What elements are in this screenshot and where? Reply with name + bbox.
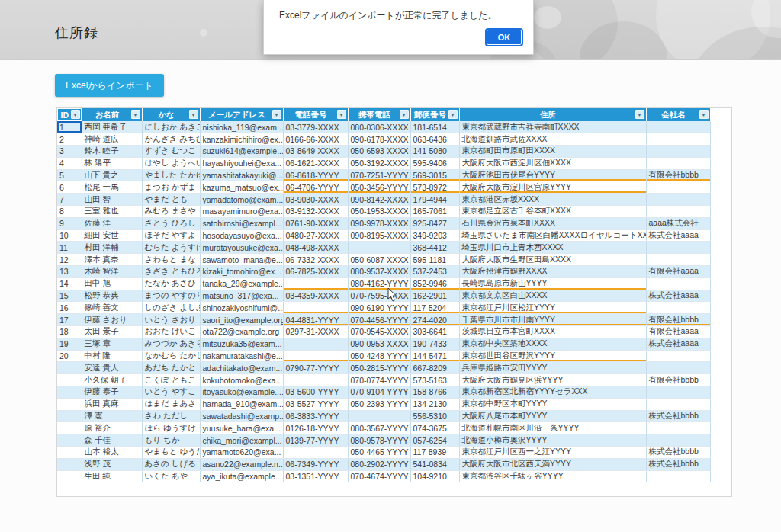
cell-email[interactable]: aya_ikuta@example....: [200, 470, 283, 482]
cell-phone[interactable]: [283, 277, 348, 290]
cell-phone[interactable]: 03-3779-XXXX: [283, 121, 348, 133]
cell-name[interactable]: 山本 裕太: [82, 447, 142, 459]
cell-postal[interactable]: 537-2453: [410, 266, 459, 278]
cell-postal[interactable]: 117-5204: [410, 302, 459, 314]
cell-id[interactable]: 6: [57, 181, 82, 194]
cell-name[interactable]: 鈴木 睦子: [82, 146, 142, 158]
cell-company[interactable]: [646, 386, 710, 399]
cell-company[interactable]: [646, 146, 710, 158]
cell-kana[interactable]: やました たかゆき: [142, 169, 200, 181]
cell-postal[interactable]: 569-3015: [410, 169, 459, 181]
cell-name[interactable]: 浅野 茂: [82, 458, 142, 470]
cell-address[interactable]: 東京都港区赤坂XXXX: [459, 194, 646, 206]
cell-kana[interactable]: むらた ようすけ: [142, 242, 200, 254]
column-header-email[interactable]: メールアドレス▼: [200, 108, 283, 121]
cell-postal[interactable]: 063-6436: [410, 133, 459, 146]
cell-id[interactable]: [57, 362, 82, 374]
cell-kana[interactable]: おおた けいこ: [142, 326, 200, 338]
cell-mobile[interactable]: 050-4465-YYYY: [348, 447, 410, 459]
cell-postal[interactable]: 925-8427: [410, 217, 459, 229]
cell-company[interactable]: [646, 133, 710, 146]
cell-email[interactable]: hosodayasuyo@exa...: [200, 229, 283, 242]
cell-id[interactable]: 8: [57, 206, 82, 218]
cell-phone[interactable]: 0166-66-XXXX: [283, 133, 348, 146]
cell-kana[interactable]: こくぼ ともこ: [142, 374, 200, 386]
cell-id[interactable]: [57, 374, 82, 386]
cell-phone[interactable]: 03-5600-YYYY: [283, 386, 348, 399]
cell-email[interactable]: muratayousuke@exa...: [200, 242, 283, 254]
cell-company[interactable]: aaaa株式会社: [646, 217, 710, 229]
cell-postal[interactable]: 162-2901: [410, 290, 459, 302]
cell-id[interactable]: 18: [57, 326, 82, 338]
cell-id[interactable]: [57, 398, 82, 410]
cell-company[interactable]: [646, 422, 710, 434]
cell-id[interactable]: 15: [57, 290, 82, 302]
cell-name[interactable]: 安達 貴人: [82, 362, 142, 374]
cell-phone[interactable]: 0297-31-XXXX: [283, 326, 348, 338]
cell-postal[interactable]: 667-8209: [410, 362, 459, 374]
cell-address[interactable]: 北海道小樽市奥沢YYYY: [459, 434, 646, 447]
cell-mobile[interactable]: 080-4162-YYYY: [348, 277, 410, 290]
cell-email[interactable]: hayashiyouhei@exa...: [200, 157, 283, 169]
cell-company[interactable]: [646, 242, 710, 254]
cell-postal[interactable]: 165-7061: [410, 206, 459, 218]
cell-mobile[interactable]: 050-6593-XXXX: [348, 146, 410, 158]
filter-dropdown-icon[interactable]: ▼: [71, 110, 80, 119]
cell-email[interactable]: sawatadashi@examp...: [200, 410, 283, 422]
cell-phone[interactable]: 0139-77-YYYY: [283, 434, 348, 447]
cell-phone[interactable]: [283, 374, 348, 386]
cell-postal[interactable]: 134-2130: [410, 398, 459, 410]
cell-kana[interactable]: きざき ともひろ: [142, 266, 200, 278]
import-from-excel-button[interactable]: Excelからインポート: [55, 74, 164, 97]
cell-id[interactable]: 10: [57, 229, 82, 242]
cell-name[interactable]: 林 陽平: [82, 157, 142, 169]
cell-kana[interactable]: あさの しげる: [142, 458, 200, 470]
cell-name[interactable]: 中村 隆: [82, 350, 142, 362]
cell-company[interactable]: [646, 434, 710, 447]
cell-mobile[interactable]: 050-4248-YYYY: [348, 350, 410, 362]
cell-phone[interactable]: 06-4706-YYYY: [283, 181, 348, 194]
cell-id[interactable]: 19: [57, 338, 82, 350]
cell-company[interactable]: 株式会社aaaa: [646, 229, 710, 242]
cell-mobile[interactable]: 090-8142-XXXX: [348, 194, 410, 206]
cell-phone[interactable]: 06-1621-XXXX: [283, 157, 348, 169]
cell-name[interactable]: 澤本 真奈: [82, 254, 142, 266]
cell-kana[interactable]: にしおか あきこ: [142, 121, 200, 133]
cell-phone[interactable]: 06-8618-YYYY: [283, 169, 348, 181]
cell-email[interactable]: adachitakato@exam...: [200, 362, 283, 374]
cell-postal[interactable]: 595-1181: [410, 254, 459, 266]
cell-kana[interactable]: はら ゆうすけ: [142, 422, 200, 434]
cell-kana[interactable]: いくた あや: [142, 470, 200, 482]
cell-address[interactable]: 東京都江戸川区西一之江YYYY: [459, 447, 646, 459]
cell-name[interactable]: 生田 純: [82, 470, 142, 482]
cell-name[interactable]: 篠崎 善文: [82, 302, 142, 314]
cell-address[interactable]: 東京都文京区白山XXXX: [459, 290, 646, 302]
cell-email[interactable]: kizaki_tomohiro@ex...: [200, 266, 283, 278]
column-header-postal[interactable]: 郵便番号▼: [410, 108, 459, 121]
cell-id[interactable]: 11: [57, 242, 82, 254]
cell-phone[interactable]: [283, 302, 348, 314]
cell-postal[interactable]: 852-9946: [410, 277, 459, 290]
cell-phone[interactable]: 06-3833-YYYY: [283, 410, 348, 422]
cell-postal[interactable]: 368-4412: [410, 242, 459, 254]
cell-email[interactable]: asano22@example.n...: [200, 458, 283, 470]
cell-id[interactable]: [57, 410, 82, 422]
cell-address[interactable]: 北海道釧路市武佐XXXX: [459, 133, 646, 146]
cell-company[interactable]: 有限会社aaaa: [646, 266, 710, 278]
cell-email[interactable]: itoyasuko@example....: [200, 386, 283, 399]
cell-id[interactable]: 7: [57, 194, 82, 206]
cell-postal[interactable]: 144-5471: [410, 350, 459, 362]
cell-address[interactable]: 大阪府大阪市鶴見区浜YYYY: [459, 374, 646, 386]
cell-name[interactable]: 三室 雅也: [82, 206, 142, 218]
cell-postal[interactable]: 057-6254: [410, 434, 459, 447]
cell-postal[interactable]: 573-5163: [410, 374, 459, 386]
cell-mobile[interactable]: 070-7251-YYYY: [348, 169, 410, 181]
cell-company[interactable]: [646, 254, 710, 266]
cell-id[interactable]: [57, 422, 82, 434]
cell-email[interactable]: satohiroshi@exampl...: [200, 217, 283, 229]
cell-company[interactable]: 有限会社bbbb: [646, 169, 710, 181]
cell-mobile[interactable]: 080-2902-YYYY: [348, 458, 410, 470]
cell-phone[interactable]: 0790-77-YYYY: [283, 362, 348, 374]
cell-company[interactable]: [646, 121, 710, 133]
cell-address[interactable]: 大阪府八尾市本町YYYY: [459, 410, 646, 422]
